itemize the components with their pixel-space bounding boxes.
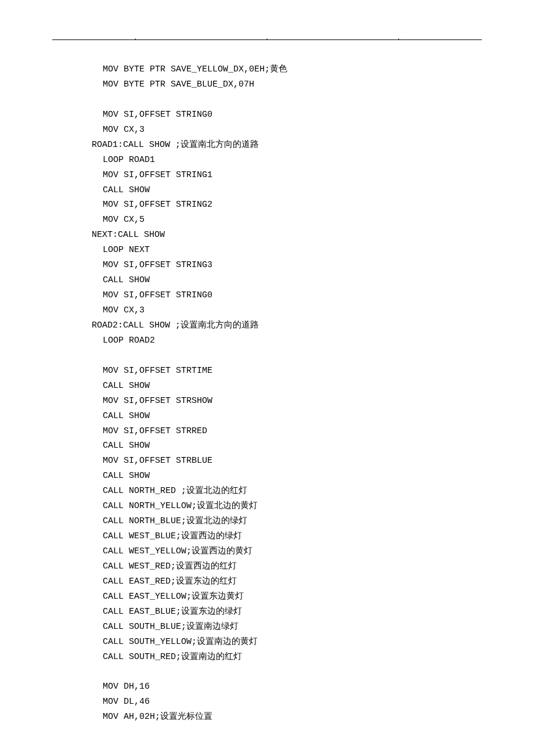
code-line: MOV SI,OFFSET STRING0 <box>52 288 482 303</box>
header-dot-1: . <box>134 34 138 41</box>
code-line: CALL EAST_RED;设置东边的红灯 <box>52 574 482 589</box>
header-marks: . . . <box>52 34 482 41</box>
code-line: CALL EAST_BLUE;设置东边的绿灯 <box>52 604 482 620</box>
code-line: CALL EAST_YELLOW;设置东边黄灯 <box>52 589 482 604</box>
code-line: MOV SI,OFFSET STRING2 <box>52 197 482 213</box>
code-line: MOV DH,16 <box>52 679 482 694</box>
code-line: LOOP ROAD1 <box>52 153 482 168</box>
code-line: MOV SI,OFFSET STRRED <box>52 424 482 439</box>
document-page: . . . MOV BYTE PTR SAVE_YELLOW_DX,0EH;黄色… <box>0 0 534 756</box>
code-line: CALL NORTH_YELLOW;设置北边的黄灯 <box>52 499 482 514</box>
code-line: MOV SI,OFFSET STRBLUE <box>52 453 482 469</box>
code-line: MOV SI,OFFSET STRING0 <box>52 107 482 123</box>
code-line: MOV BYTE PTR SAVE_BLUE_DX,07H <box>52 77 482 92</box>
code-line: CALL SHOW <box>52 409 482 424</box>
code-line: CALL SOUTH_RED;设置南边的红灯 <box>52 650 482 665</box>
code-line: MOV SI,OFFSET STRTIME <box>52 363 482 379</box>
code-line: LOOP ROAD2 <box>52 333 482 348</box>
code-line: CALL NORTH_RED ;设置北边的红灯 <box>52 484 482 499</box>
code-line: MOV CX,3 <box>52 303 482 318</box>
code-line: CALL WEST_RED;设置西边的红灯 <box>52 559 482 574</box>
code-line: CALL SOUTH_YELLOW;设置南边的黄灯 <box>52 635 482 650</box>
code-line: MOV CX,3 <box>52 123 482 138</box>
code-line <box>52 348 482 363</box>
code-line: MOV AH,02H;设置光标位置 <box>52 710 482 725</box>
header-dot-2: . <box>265 34 269 41</box>
code-line: MOV SI,OFFSET STRING1 <box>52 168 482 183</box>
code-line: CALL WEST_BLUE;设置西边的绿灯 <box>52 529 482 544</box>
code-line: CALL SOUTH_BLUE;设置南边绿灯 <box>52 620 482 635</box>
code-line: CALL SHOW <box>52 273 482 288</box>
code-line: NEXT:CALL SHOW <box>52 228 482 243</box>
code-line: MOV SI,OFFSET STRSHOW <box>52 394 482 409</box>
code-line: CALL WEST_YELLOW;设置西边的黄灯 <box>52 544 482 559</box>
header-dot-3: . <box>396 34 400 41</box>
code-line: ROAD1:CALL SHOW ;设置南北方向的道路 <box>52 138 482 153</box>
code-line: CALL SHOW <box>52 379 482 394</box>
code-line: MOV DL,46 <box>52 694 482 710</box>
code-line: CALL SHOW <box>52 438 482 453</box>
code-line <box>52 665 482 680</box>
code-line: LOOP NEXT <box>52 243 482 258</box>
code-line: CALL NORTH_BLUE;设置北边的绿灯 <box>52 514 482 529</box>
code-line: MOV CX,5 <box>52 213 482 228</box>
code-line <box>52 92 482 107</box>
code-line: MOV SI,OFFSET STRING3 <box>52 258 482 273</box>
code-block: MOV BYTE PTR SAVE_YELLOW_DX,0EH;黄色 MOV B… <box>52 62 482 725</box>
code-line: CALL SHOW <box>52 183 482 198</box>
code-line: ROAD2:CALL SHOW ;设置南北方向的道路 <box>52 318 482 333</box>
code-line: MOV BYTE PTR SAVE_YELLOW_DX,0EH;黄色 <box>52 62 482 77</box>
header-divider: . . . <box>52 39 482 40</box>
code-line: CALL SHOW <box>52 469 482 484</box>
